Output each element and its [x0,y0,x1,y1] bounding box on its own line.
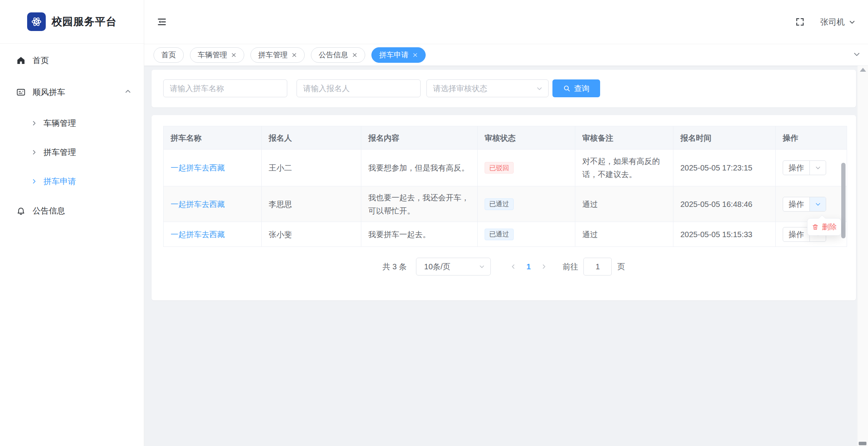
fullscreen-icon[interactable] [795,17,805,27]
carpool-name-link[interactable]: 一起拼车去西藏 [171,198,225,211]
row-action-button[interactable]: 操作 [783,197,826,212]
sidebar-item-carpool-mgmt[interactable]: 拼车管理 [0,141,144,163]
carpool-name-link[interactable]: 一起拼车去西藏 [171,228,225,241]
close-icon[interactable] [231,52,236,58]
tab-label: 车辆管理 [198,50,227,60]
chevron-down-icon [853,50,861,60]
table-scrollbar-thumb[interactable] [841,163,846,238]
search-icon [563,85,571,92]
tab-label: 首页 [161,50,176,60]
remark-cell: 通过 [575,186,673,222]
column-header: 审核备注 [575,126,673,150]
chevron-right-icon [31,178,37,184]
table-card: 拼车名称 报名人 报名内容 审核状态 审核备注 报名时间 操作 一起拼车去西藏 … [152,115,856,300]
pagination-total: 共 3 条 [383,262,407,272]
sidebar-item-carpool-group[interactable]: 顺风拼车 [0,81,144,103]
applicant-cell: 张小斐 [262,222,361,247]
column-header: 报名时间 [673,126,776,150]
content-cell: 我要拼车一起去。 [361,222,478,247]
page-size-select[interactable]: 10条/页 [416,258,491,276]
goto-label: 前往 [563,262,578,272]
chevron-down-icon[interactable] [809,197,826,211]
status-badge: 已通过 [485,229,514,240]
prev-page-button[interactable] [510,263,516,270]
home-icon [16,56,26,65]
sidebar-item-label: 拼车管理 [43,147,76,158]
column-header: 审核状态 [478,126,575,150]
sidebar-item-home[interactable]: 首页 [0,50,144,71]
status-badge: 已通过 [485,198,514,210]
select-placeholder: 请选择审核状态 [433,83,487,94]
action-button-label: 操作 [783,161,809,175]
tab-vehicle-mgmt[interactable]: 车辆管理 [190,47,244,63]
sidebar-item-carpool-apply[interactable]: 拼车申请 [0,170,144,192]
chevron-up-icon [124,88,131,97]
sidebar-item-label: 顺风拼车 [33,87,65,98]
content-cell: 我要想参加，但是我有高反。 [361,150,478,186]
table-header-row: 拼车名称 报名人 报名内容 审核状态 审核备注 报名时间 操作 [164,126,847,150]
search-button[interactable]: 查询 [552,79,600,97]
bell-icon [16,206,26,215]
chevron-down-icon [849,19,856,26]
action-button-label: 操作 [783,197,809,211]
tab-label: 拼车申请 [379,50,409,60]
audit-status-select[interactable]: 请选择审核状态 [426,79,549,97]
applications-table: 拼车名称 报名人 报名内容 审核状态 审核备注 报名时间 操作 一起拼车去西藏 … [163,126,847,247]
table-row: 一起拼车去西藏 张小斐 我要拼车一起去。 已通过 通过 2025-05-05 1… [164,222,847,247]
close-icon[interactable] [292,52,297,58]
applicant-input[interactable] [297,79,421,97]
tab-notice[interactable]: 公告信息 [311,47,365,63]
close-icon[interactable] [412,52,418,58]
scrollbar-thumb[interactable] [859,442,866,445]
time-cell: 2025-05-05 15:15:33 [673,222,776,247]
chevron-down-icon[interactable] [809,161,826,175]
sidebar-item-label: 拼车申请 [43,176,76,187]
row-action-button[interactable]: 操作 [783,160,826,175]
sidebar-item-vehicle-mgmt[interactable]: 车辆管理 [0,112,144,134]
page-scrollbar[interactable] [858,66,868,446]
scroll-up-arrow[interactable] [860,68,866,72]
trash-icon [812,224,819,231]
header-right: 张司机 [795,17,856,28]
remark-cell: 通过 [575,222,673,247]
chevron-down-icon [479,263,485,270]
tab-label: 拼车管理 [258,50,288,60]
table-row: 一起拼车去西藏 王小二 我要想参加，但是我有高反。 已驳回 对不起，如果有高反的… [164,150,847,186]
app-logo-icon [27,12,46,31]
tab-home[interactable]: 首页 [154,47,184,63]
tabs-overflow-menu[interactable] [848,44,866,65]
tabs-bar: 首页 车辆管理 拼车管理 公告信息 拼车申请 [144,44,868,66]
sidebar-item-notice[interactable]: 公告信息 [0,200,144,222]
next-page-button[interactable] [541,263,547,270]
carpool-name-input[interactable] [163,79,287,97]
time-cell: 2025-05-05 17:23:15 [673,150,776,186]
filter-card: 请选择审核状态 查询 [152,70,856,107]
delete-menu-item[interactable]: 删除 [822,222,837,232]
status-badge: 已驳回 [485,162,514,174]
top-header: 张司机 [144,0,868,44]
pagination: 共 3 条 10条/页 1 前往 页 [152,258,856,276]
postcard-icon [16,88,26,97]
goto-page-input[interactable] [583,258,612,276]
content-cell: 我也要一起去，我还会开车，可以帮忙开。 [361,186,478,222]
carpool-name-link[interactable]: 一起拼车去西藏 [171,161,225,174]
sidebar-item-label: 首页 [33,55,49,66]
sidebar-fold-icon[interactable] [157,17,167,27]
chevron-right-icon [31,149,37,155]
tab-carpool-apply[interactable]: 拼车申请 [371,47,426,63]
tab-label: 公告信息 [319,50,348,60]
close-icon[interactable] [352,52,357,58]
tab-carpool-mgmt[interactable]: 拼车管理 [250,47,305,63]
user-menu[interactable]: 张司机 [820,17,856,28]
main-content: 请选择审核状态 查询 拼车名称 报名人 报名内 [144,66,858,446]
column-header: 报名人 [262,126,361,150]
column-header: 报名内容 [361,126,478,150]
column-header: 操作 [776,126,847,150]
sidebar-item-label: 公告信息 [33,205,65,216]
sidebar-menu: 首页 顺风拼车 [0,50,144,222]
time-cell: 2025-05-05 16:48:46 [673,186,776,222]
current-page-number[interactable]: 1 [526,262,531,271]
app-logo: 校园服务平台 [0,0,144,44]
sidebar: 校园服务平台 首页 顺风拼车 [0,0,144,446]
page-size-value: 10条/页 [424,262,450,272]
